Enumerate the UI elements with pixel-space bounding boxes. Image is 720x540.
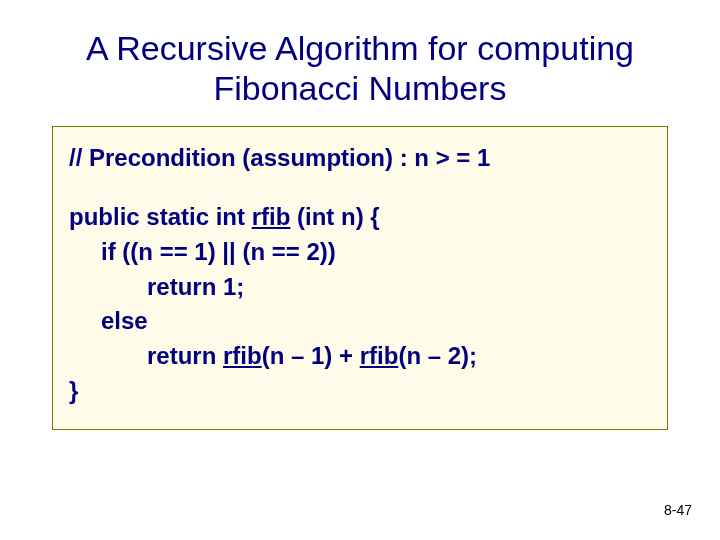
code-box: // Precondition (assumption) : n > = 1 p… [52,126,668,430]
ret2-fn1: rfib [223,342,262,369]
ret2-fn2: rfib [360,342,399,369]
sig-post: (int n) { [290,203,379,230]
sig-pre: public static int [69,203,252,230]
slide: A Recursive Algorithm for computing Fibo… [0,0,720,540]
ret2-mid: (n – 1) + [262,342,360,369]
ret2-pre: return [147,342,223,369]
code-return2: return rfib(n – 1) + rfib(n – 2); [69,339,651,374]
page-number: 8-47 [664,502,692,518]
slide-title: A Recursive Algorithm for computing Fibo… [52,28,668,108]
sig-fn: rfib [252,203,291,230]
code-signature: public static int rfib (int n) { [69,200,651,235]
ret2-post: (n – 2); [398,342,477,369]
code-else: else [69,304,651,339]
code-comment: // Precondition (assumption) : n > = 1 [69,141,651,176]
code-return1: return 1; [69,270,651,305]
code-if: if ((n == 1) || (n == 2)) [69,235,651,270]
blank-line [69,176,651,200]
code-close: } [69,374,651,409]
